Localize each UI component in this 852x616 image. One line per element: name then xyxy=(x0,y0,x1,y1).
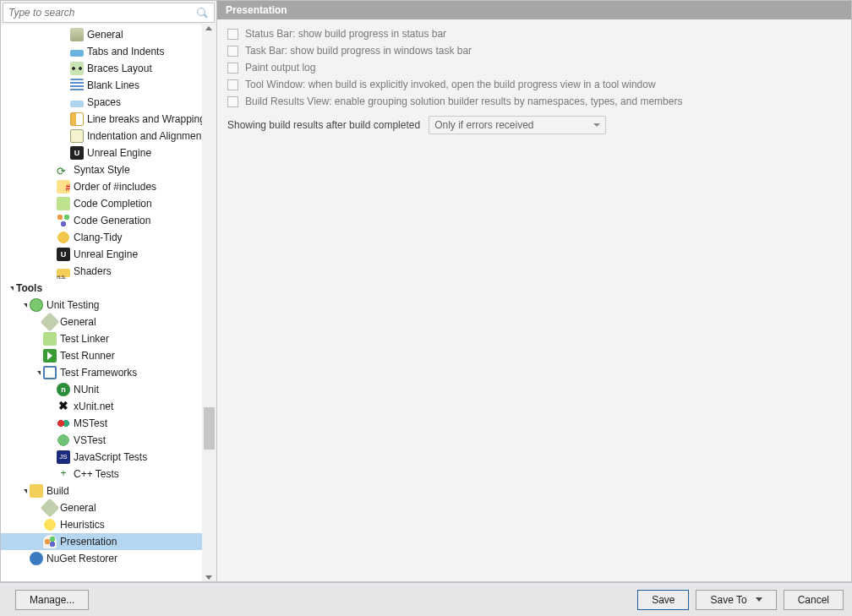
tree-item[interactable]: Test Frameworks xyxy=(1,364,216,381)
tree-item[interactable]: +C++ Tests xyxy=(1,466,216,482)
tree-item[interactable]: MSTest xyxy=(1,415,216,432)
tree-item-label: General xyxy=(60,499,100,516)
i-wrap-icon xyxy=(70,112,84,126)
tree-item-label: Code Completion xyxy=(74,195,156,212)
checkbox[interactable] xyxy=(227,79,238,90)
tree-item[interactable]: Syntax Style xyxy=(1,161,216,178)
checkbox-label: Task Bar: show build progress in windows… xyxy=(245,45,472,57)
i-cpp-icon: + xyxy=(57,467,70,481)
i-gen-icon xyxy=(70,28,84,41)
i-linker-icon xyxy=(43,332,57,346)
tree-item[interactable]: Test Linker xyxy=(1,330,216,347)
tree-item[interactable]: Code Completion xyxy=(1,195,216,212)
i-ue-icon: U xyxy=(57,248,70,261)
tree-item[interactable]: nNUnit xyxy=(1,381,216,398)
tree-item-label: Syntax Style xyxy=(74,161,134,178)
i-blank-icon xyxy=(70,79,84,92)
tree-item-label: NuGet Restorer xyxy=(46,550,121,567)
i-code-comp-icon xyxy=(57,197,70,210)
tree-item[interactable]: General xyxy=(1,313,216,330)
tree-item-label: xUnit.net xyxy=(74,398,117,415)
checkbox[interactable] xyxy=(227,63,238,74)
scroll-down-icon[interactable] xyxy=(205,575,212,580)
tree-item[interactable]: Blank Lines xyxy=(1,77,216,94)
save-to-button[interactable]: Save To xyxy=(696,590,776,610)
tree-item-label: MSTest xyxy=(74,415,111,432)
i-ue-icon: U xyxy=(70,146,84,160)
build-results-select[interactable]: Only if errors received xyxy=(429,116,606,134)
tree-item-label: Test Linker xyxy=(60,330,112,347)
i-wrench-icon xyxy=(41,313,60,332)
tree-item[interactable]: UUnreal Engine xyxy=(1,144,216,161)
expand-caret-icon[interactable] xyxy=(8,286,16,291)
tree-item[interactable]: Code Generation xyxy=(1,212,216,229)
search-box[interactable] xyxy=(3,3,215,23)
footer: Manage... Save Save To Cancel xyxy=(0,582,852,616)
i-vstest-icon xyxy=(57,433,70,447)
tree-item[interactable]: Tabs and Indents xyxy=(1,43,216,60)
i-mstest-icon xyxy=(57,417,70,430)
sidebar: GeneralTabs and IndentsBraces LayoutBlan… xyxy=(1,1,217,581)
tree-item[interactable]: General xyxy=(1,26,216,43)
tree-item[interactable]: Shaders xyxy=(1,263,216,280)
i-runner-icon xyxy=(43,349,57,363)
tree-item-label: Order of #includes xyxy=(74,178,160,195)
tree-item[interactable]: Spaces xyxy=(1,94,216,111)
content-panel: Presentation Status Bar: show build prog… xyxy=(217,1,851,581)
save-button[interactable]: Save xyxy=(637,590,689,610)
tree-item[interactable]: Build xyxy=(1,482,216,499)
tree-item[interactable]: Line breaks and Wrapping xyxy=(1,111,216,128)
tree-item[interactable]: Presentation xyxy=(1,533,216,550)
tree-item[interactable]: Tools xyxy=(1,280,216,297)
tree-item[interactable]: UUnreal Engine xyxy=(1,246,216,263)
tree-item[interactable]: General xyxy=(1,499,216,516)
option-row: Paint output log xyxy=(227,62,841,74)
tree-item[interactable]: Test Runner xyxy=(1,347,216,364)
tree-item-label: Presentation xyxy=(60,533,120,550)
tree-item-label: Blank Lines xyxy=(87,77,143,94)
tree-item-label: Heuristics xyxy=(60,516,108,533)
tree-item-label: VSTest xyxy=(74,432,109,449)
scroll-up-icon[interactable] xyxy=(205,26,212,30)
tree-item[interactable]: ✖xUnit.net xyxy=(1,398,216,415)
chevron-down-icon xyxy=(593,123,600,127)
scrollbar-vertical[interactable] xyxy=(202,25,216,581)
tree-item[interactable]: Heuristics xyxy=(1,516,216,533)
search-input[interactable] xyxy=(3,3,195,22)
tree-item[interactable]: Unit Testing xyxy=(1,297,216,313)
i-build-icon xyxy=(30,484,43,498)
i-bulb-icon xyxy=(43,518,57,532)
scroll-thumb[interactable] xyxy=(204,407,215,450)
build-results-select-row: Showing build results after build comple… xyxy=(227,116,841,134)
tree-item[interactable]: NuGet Restorer xyxy=(1,550,216,567)
checkbox[interactable] xyxy=(227,96,238,107)
expand-caret-icon[interactable] xyxy=(21,489,30,493)
tree-item[interactable]: VSTest xyxy=(1,432,216,449)
i-unittest-icon xyxy=(30,298,43,312)
tree-item-label: General xyxy=(60,313,100,330)
tree-item[interactable]: JSJavaScript Tests xyxy=(1,449,216,466)
option-row: Task Bar: show build progress in windows… xyxy=(227,45,841,57)
tree-item-label: Code Generation xyxy=(74,212,154,229)
expand-caret-icon[interactable] xyxy=(35,371,43,375)
i-syntax-icon xyxy=(57,163,70,177)
panel-title: Presentation xyxy=(217,1,851,19)
i-clang-icon xyxy=(57,231,70,244)
i-tabs-icon xyxy=(70,50,84,57)
tree-item[interactable]: Braces Layout xyxy=(1,60,216,77)
checkbox[interactable] xyxy=(227,29,238,40)
i-indent-icon xyxy=(70,129,84,143)
manage-button[interactable]: Manage... xyxy=(15,590,89,610)
checkbox-label: Status Bar: show build progress in statu… xyxy=(245,28,446,40)
i-js-icon: JS xyxy=(57,450,70,464)
i-nunit-icon: n xyxy=(57,383,70,396)
i-braces-icon xyxy=(70,62,84,75)
tree-item[interactable]: Order of #includes xyxy=(1,178,216,195)
tree-item[interactable]: Indentation and Alignment xyxy=(1,128,216,144)
tree-item-label: Clang-Tidy xyxy=(74,229,126,246)
checkbox[interactable] xyxy=(227,46,238,57)
expand-caret-icon[interactable] xyxy=(21,303,30,308)
tree-item[interactable]: Clang-Tidy xyxy=(1,229,216,246)
cancel-button[interactable]: Cancel xyxy=(784,590,844,610)
i-nuget-icon xyxy=(30,552,43,565)
